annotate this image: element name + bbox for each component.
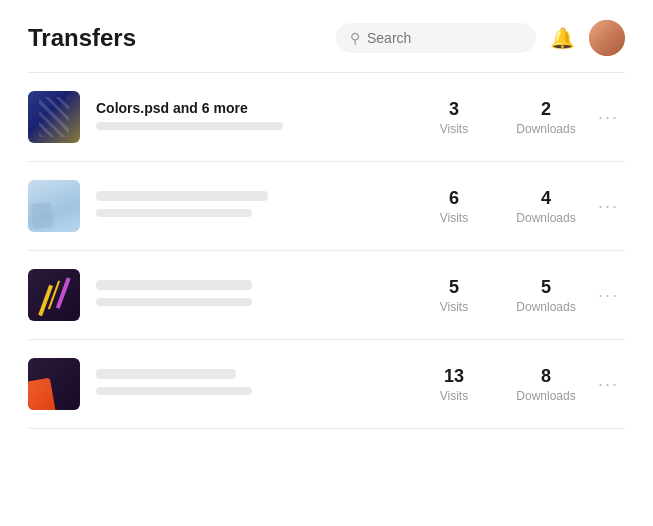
transfer-thumbnail bbox=[28, 269, 80, 321]
search-bar[interactable]: ⚲ bbox=[336, 23, 536, 53]
downloads-stat: 4 Downloads bbox=[516, 188, 576, 225]
visits-value: 6 bbox=[424, 188, 484, 209]
search-input[interactable] bbox=[367, 30, 522, 46]
downloads-label: Downloads bbox=[516, 122, 576, 136]
visits-stat: 6 Visits bbox=[424, 188, 484, 225]
visits-stat: 5 Visits bbox=[424, 277, 484, 314]
visits-stat: 13 Visits bbox=[424, 366, 484, 403]
visits-value: 13 bbox=[424, 366, 484, 387]
skeleton-line bbox=[96, 298, 252, 306]
avatar[interactable] bbox=[589, 20, 625, 56]
more-options-button[interactable]: ··· bbox=[592, 192, 625, 221]
table-row: Colors.psd and 6 more 3 Visits 2 Downloa… bbox=[28, 73, 625, 162]
downloads-value: 5 bbox=[516, 277, 576, 298]
more-options-button[interactable]: ··· bbox=[592, 370, 625, 399]
page-title: Transfers bbox=[28, 24, 136, 52]
transfer-thumbnail bbox=[28, 180, 80, 232]
downloads-stat: 5 Downloads bbox=[516, 277, 576, 314]
downloads-value: 8 bbox=[516, 366, 576, 387]
downloads-value: 4 bbox=[516, 188, 576, 209]
transfer-stats: 5 Visits 5 Downloads bbox=[424, 277, 576, 314]
downloads-label: Downloads bbox=[516, 211, 576, 225]
transfer-info: Colors.psd and 6 more bbox=[96, 100, 408, 135]
transfer-thumbnail bbox=[28, 358, 80, 410]
transfer-thumbnail bbox=[28, 91, 80, 143]
skeleton-line bbox=[96, 122, 283, 130]
skeleton-line bbox=[96, 369, 236, 379]
table-row: 6 Visits 4 Downloads ··· bbox=[28, 162, 625, 251]
transfers-list: Colors.psd and 6 more 3 Visits 2 Downloa… bbox=[0, 73, 653, 429]
downloads-value: 2 bbox=[516, 99, 576, 120]
page-header: Transfers ⚲ 🔔 bbox=[0, 0, 653, 72]
avatar-image bbox=[589, 20, 625, 56]
search-icon: ⚲ bbox=[350, 30, 360, 46]
more-options-button[interactable]: ··· bbox=[592, 281, 625, 310]
downloads-label: Downloads bbox=[516, 389, 576, 403]
visits-label: Visits bbox=[424, 300, 484, 314]
downloads-stat: 8 Downloads bbox=[516, 366, 576, 403]
table-row: 5 Visits 5 Downloads ··· bbox=[28, 251, 625, 340]
more-options-button[interactable]: ··· bbox=[592, 103, 625, 132]
visits-label: Visits bbox=[424, 122, 484, 136]
downloads-stat: 2 Downloads bbox=[516, 99, 576, 136]
visits-label: Visits bbox=[424, 211, 484, 225]
notification-bell-icon[interactable]: 🔔 bbox=[550, 26, 575, 50]
transfer-name: Colors.psd and 6 more bbox=[96, 100, 408, 116]
transfer-info bbox=[96, 191, 408, 222]
header-actions: ⚲ 🔔 bbox=[336, 20, 625, 56]
skeleton-line bbox=[96, 280, 252, 290]
downloads-label: Downloads bbox=[516, 300, 576, 314]
transfer-info bbox=[96, 280, 408, 311]
transfer-stats: 13 Visits 8 Downloads bbox=[424, 366, 576, 403]
visits-stat: 3 Visits bbox=[424, 99, 484, 136]
skeleton-line bbox=[96, 209, 252, 217]
transfer-stats: 6 Visits 4 Downloads bbox=[424, 188, 576, 225]
transfer-info bbox=[96, 369, 408, 400]
visits-value: 3 bbox=[424, 99, 484, 120]
table-row: 13 Visits 8 Downloads ··· bbox=[28, 340, 625, 429]
skeleton-line bbox=[96, 387, 252, 395]
skeleton-line bbox=[96, 191, 268, 201]
transfer-stats: 3 Visits 2 Downloads bbox=[424, 99, 576, 136]
visits-value: 5 bbox=[424, 277, 484, 298]
visits-label: Visits bbox=[424, 389, 484, 403]
